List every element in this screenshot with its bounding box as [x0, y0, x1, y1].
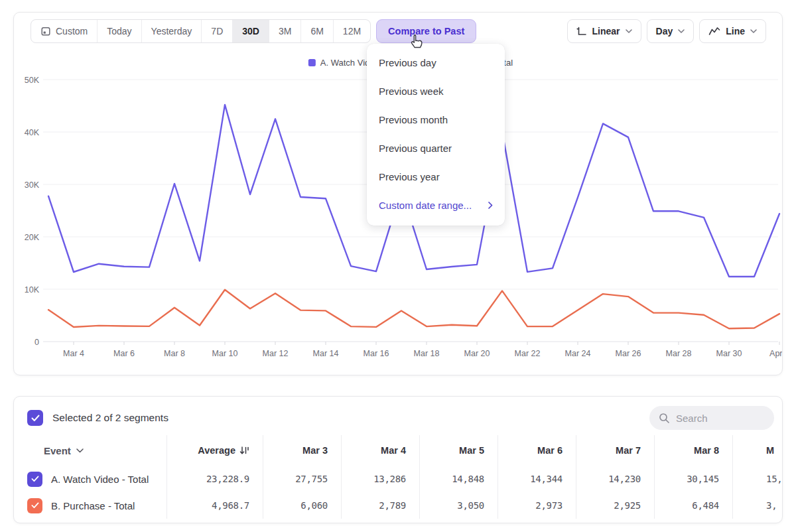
- cell-value: 2,973: [498, 492, 576, 519]
- menu-item-previous-month[interactable]: Previous month: [367, 105, 505, 134]
- cell-value: 6,484: [654, 492, 732, 519]
- interval-dropdown[interactable]: Day: [647, 19, 695, 43]
- column-header-date[interactable]: Mar 6: [498, 435, 576, 466]
- column-header-date[interactable]: Mar 7: [576, 435, 654, 466]
- analytics-report-page: Custom Today Yesterday 7D 30D 3M 6M 12M …: [0, 0, 796, 532]
- check-icon: [31, 476, 39, 482]
- cell-value: 13,286: [341, 466, 419, 492]
- check-icon: [31, 502, 39, 509]
- svg-text:Mar 30: Mar 30: [716, 349, 742, 358]
- column-header-average[interactable]: Average: [166, 435, 263, 466]
- svg-text:Apr 1: Apr 1: [769, 349, 782, 358]
- svg-text:Mar 12: Mar 12: [263, 349, 289, 358]
- svg-text:0: 0: [34, 338, 39, 347]
- preset-12m[interactable]: 12M: [333, 20, 370, 42]
- cell-value-clipped: 3,: [732, 492, 783, 519]
- preset-3m[interactable]: 3M: [269, 20, 300, 42]
- row-checkbox[interactable]: [27, 472, 42, 487]
- chart-toolbar: Custom Today Yesterday 7D 30D 3M 6M 12M …: [14, 13, 782, 43]
- chart-card: Custom Today Yesterday 7D 30D 3M 6M 12M …: [13, 12, 783, 375]
- column-header-event[interactable]: Event: [27, 435, 166, 466]
- svg-text:Mar 20: Mar 20: [464, 349, 490, 358]
- table-row-label: B. Purchase - Total: [27, 492, 166, 519]
- cell-average: 4,968.7: [166, 492, 263, 519]
- compare-to-past-button[interactable]: Compare to Past: [376, 19, 476, 43]
- preset-30d-active[interactable]: 30D: [232, 20, 269, 42]
- preset-7d[interactable]: 7D: [201, 20, 232, 42]
- svg-text:30K: 30K: [25, 180, 40, 190]
- cell-value: 30,145: [654, 466, 732, 492]
- menu-item-previous-quarter[interactable]: Previous quarter: [367, 134, 505, 163]
- cell-average: 23,228.9: [166, 466, 263, 492]
- chevron-down-icon: [750, 29, 757, 33]
- menu-item-previous-day[interactable]: Previous day: [367, 48, 505, 77]
- svg-text:Mar 18: Mar 18: [414, 349, 440, 358]
- chart-type-dropdown[interactable]: Line: [699, 19, 766, 43]
- column-header-date[interactable]: Mar 3: [263, 435, 341, 466]
- date-range-segmented-control: Custom Today Yesterday 7D 30D 3M 6M 12M: [31, 19, 371, 43]
- cell-value-clipped: 15,: [732, 466, 783, 492]
- cell-value: 14,848: [419, 466, 498, 492]
- svg-text:Mar 6: Mar 6: [113, 349, 135, 358]
- svg-text:50K: 50K: [25, 76, 40, 85]
- svg-text:20K: 20K: [25, 233, 40, 242]
- svg-text:Mar 16: Mar 16: [364, 349, 389, 358]
- chevron-down-icon: [678, 29, 685, 33]
- search-box[interactable]: [649, 406, 774, 430]
- svg-text:Mar 24: Mar 24: [565, 349, 591, 358]
- svg-text:Mar 4: Mar 4: [63, 349, 84, 358]
- sort-descending-icon: [239, 446, 249, 455]
- preset-label: Custom: [56, 26, 88, 36]
- svg-text:Mar 8: Mar 8: [164, 349, 185, 358]
- svg-text:40K: 40K: [25, 128, 40, 137]
- preset-6m[interactable]: 6M: [300, 20, 332, 42]
- svg-text:Mar 14: Mar 14: [313, 349, 339, 358]
- cell-value: 6,060: [263, 492, 341, 519]
- cell-value: 14,344: [498, 466, 576, 492]
- menu-item-custom-date-range[interactable]: Custom date range...: [367, 191, 505, 220]
- column-header-date[interactable]: Mar 5: [419, 435, 498, 466]
- chevron-down-icon: [76, 448, 84, 453]
- svg-text:Mar 26: Mar 26: [616, 349, 641, 358]
- check-icon: [31, 415, 40, 422]
- menu-item-previous-week[interactable]: Previous week: [367, 77, 505, 105]
- selected-segments-label: Selected 2 of 2 segments: [52, 412, 168, 424]
- compare-to-past-menu: Previous day Previous week Previous mont…: [367, 44, 505, 226]
- table-row-label: A. Watch Video - Total: [27, 466, 166, 492]
- search-icon: [659, 413, 670, 424]
- column-header-date[interactable]: Mar 4: [341, 435, 419, 466]
- linear-axis-icon: [576, 26, 587, 36]
- cell-value: 2,925: [576, 492, 654, 519]
- segments-table: Event Average Mar 3 Mar 4 Mar 5 Mar 6 Ma…: [27, 435, 782, 519]
- cell-value: 14,230: [576, 466, 654, 492]
- column-header-date[interactable]: Mar 8: [654, 435, 732, 466]
- chevron-right-icon: [488, 202, 493, 209]
- chevron-down-icon: [626, 29, 632, 33]
- svg-text:10K: 10K: [25, 285, 40, 295]
- segments-header: Selected 2 of 2 segments: [14, 397, 782, 435]
- menu-item-previous-year[interactable]: Previous year: [367, 163, 505, 191]
- svg-text:Mar 28: Mar 28: [666, 349, 692, 358]
- svg-text:Mar 22: Mar 22: [515, 349, 541, 358]
- line-chart-icon: [708, 27, 720, 36]
- preset-custom[interactable]: Custom: [31, 20, 97, 42]
- cell-value: 3,050: [419, 492, 498, 519]
- chart-options-group: Linear Day Line: [567, 19, 766, 43]
- preset-today[interactable]: Today: [97, 20, 141, 42]
- column-header-date-clipped[interactable]: M: [732, 435, 783, 466]
- select-all-checkbox[interactable]: [27, 410, 43, 426]
- cell-value: 27,755: [263, 466, 341, 492]
- segments-table-card: Selected 2 of 2 segments Event Average: [13, 396, 783, 523]
- search-input[interactable]: [676, 413, 762, 424]
- cell-value: 2,789: [341, 492, 419, 519]
- svg-text:Mar 10: Mar 10: [212, 349, 238, 358]
- scale-dropdown[interactable]: Linear: [567, 19, 641, 43]
- row-checkbox[interactable]: [27, 498, 42, 513]
- calendar-icon: [40, 26, 51, 36]
- preset-yesterday[interactable]: Yesterday: [141, 20, 202, 42]
